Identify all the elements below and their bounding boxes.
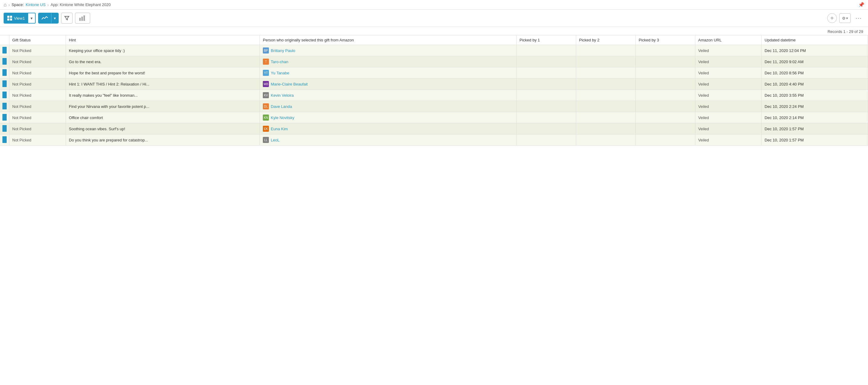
updated-datetime-cell: Dec 11, 2020 12:04 PM <box>762 45 868 56</box>
picked-by-1-cell <box>516 101 576 112</box>
picked-by-3-cell <box>636 101 695 112</box>
row-indicator-cell <box>0 45 9 56</box>
home-icon[interactable]: ⌂ <box>4 2 7 7</box>
table-row[interactable]: Not PickedOffice chair comfort KN Kyle N… <box>0 112 868 123</box>
table-row[interactable]: Not PickedGo to the next era. T Taro-cha… <box>0 56 868 67</box>
view-icon-button[interactable]: View1 <box>4 13 28 23</box>
person-avatar: DL <box>263 103 269 109</box>
picked-by-2-cell <box>576 90 636 101</box>
person-cell[interactable]: DL Dave Landa <box>260 101 516 112</box>
table-row[interactable]: Not PickedKeeping your office space tidy… <box>0 45 868 56</box>
settings-button[interactable]: ⚙ ▾ <box>839 13 851 23</box>
table-row[interactable]: Not PickedSoothing ocean vibes. Surf's u… <box>0 123 868 134</box>
amazon-url-cell: Veiled <box>695 56 762 67</box>
picked-by-3-cell <box>636 123 695 134</box>
updated-datetime-cell: Dec 10, 2020 8:56 PM <box>762 67 868 78</box>
table-row[interactable]: Not PickedDo you think you are prepared … <box>0 134 868 146</box>
updated-datetime-cell: Dec 10, 2020 3:55 PM <box>762 90 868 101</box>
person-avatar: KV <box>263 92 269 98</box>
person-cell[interactable]: BP Brittany Paulo <box>260 45 516 56</box>
gift-status-cell: Not Picked <box>9 90 66 101</box>
person-cell[interactable]: KN Kyle Novitsky <box>260 112 516 123</box>
graph-icon <box>41 16 48 21</box>
hint-cell: Hope for the best and prepare for the wo… <box>66 67 260 78</box>
person-cell[interactable]: MB Marie-Claire Beaufait <box>260 78 516 90</box>
record-indicator <box>2 47 7 54</box>
person-avatar: KN <box>263 115 269 121</box>
gift-status-cell: Not Picked <box>9 45 66 56</box>
picked-by-2-cell <box>576 123 636 134</box>
plus-icon: + <box>830 15 834 22</box>
table-row[interactable]: Not PickedHint 1: I WANT THIS / Hint 2: … <box>0 78 868 90</box>
table-row[interactable]: Not PickedIt really makes you "feel" lik… <box>0 90 868 101</box>
updated-datetime-cell: Dec 10, 2020 4:40 PM <box>762 78 868 90</box>
row-indicator-cell <box>0 78 9 90</box>
amazon-url-cell: Veiled <box>695 90 762 101</box>
person-name[interactable]: LeoL <box>271 138 279 142</box>
filter-button[interactable] <box>61 13 72 24</box>
picked-by-1-cell <box>516 90 576 101</box>
more-button[interactable]: ··· <box>853 13 864 23</box>
col-picked-by-1[interactable]: Picked by 1 <box>516 35 576 45</box>
hint-cell: Hint 1: I WANT THIS / Hint 2: Relaxation… <box>66 78 260 90</box>
amazon-url-cell: Veiled <box>695 123 762 134</box>
picked-by-3-cell <box>636 78 695 90</box>
col-gift-status[interactable]: Gift Status <box>9 35 66 45</box>
person-cell[interactable]: EK Euna Kim <box>260 123 516 134</box>
col-person[interactable]: Person who originally selected this gift… <box>260 35 516 45</box>
filter-icon <box>64 16 69 21</box>
updated-datetime-cell: Dec 10, 2020 1:57 PM <box>762 134 868 146</box>
col-updated-datetime[interactable]: Updated datetime <box>762 35 868 45</box>
hint-cell: It really makes you "feel" like Ironman.… <box>66 90 260 101</box>
records-table: Gift Status Hint Person who originally s… <box>0 35 868 146</box>
add-button[interactable]: + <box>827 13 837 23</box>
col-picked-by-3[interactable]: Picked by 3 <box>636 35 695 45</box>
person-name[interactable]: Euna Kim <box>271 127 288 131</box>
svg-rect-5 <box>79 18 81 21</box>
chart-icon <box>79 15 86 21</box>
picked-by-2-cell <box>576 112 636 123</box>
table-header-row: Gift Status Hint Person who originally s… <box>0 35 868 45</box>
person-avatar: BP <box>263 47 269 54</box>
more-icon: ··· <box>856 15 862 22</box>
breadcrumb-sep-1: › <box>8 2 10 7</box>
person-name[interactable]: Taro-chan <box>271 60 288 64</box>
person-name[interactable]: Dave Landa <box>271 104 292 109</box>
person-avatar: T <box>263 59 269 65</box>
record-indicator <box>2 136 7 143</box>
graph-dropdown-arrow[interactable]: ▾ <box>51 13 58 24</box>
svg-rect-6 <box>81 17 83 21</box>
graph-button[interactable] <box>38 13 51 24</box>
breadcrumb-bar: ⌂ › Space: Kintone US › App: Kintone Whi… <box>0 0 868 10</box>
picked-by-1-cell <box>516 56 576 67</box>
col-amazon-url[interactable]: Amazon URL <box>695 35 762 45</box>
breadcrumb-app-label: App: Kintone White Elephant 2020 <box>51 2 111 7</box>
table-row[interactable]: Not PickedFind your Nirvana with your fa… <box>0 101 868 112</box>
person-name[interactable]: Marie-Claire Beaufait <box>271 82 308 87</box>
person-avatar: YT <box>263 70 269 76</box>
hint-cell: Keeping your office space tidy :) <box>66 45 260 56</box>
person-name[interactable]: Kyle Novitsky <box>271 116 294 120</box>
updated-datetime-cell: Dec 10, 2020 1:57 PM <box>762 123 868 134</box>
person-cell[interactable]: YT Yu Tanabe <box>260 67 516 78</box>
breadcrumb-space-link[interactable]: Kintone US <box>26 2 46 7</box>
gift-status-cell: Not Picked <box>9 101 66 112</box>
record-indicator <box>2 92 7 98</box>
chart-button[interactable] <box>75 13 90 24</box>
col-hint[interactable]: Hint <box>66 35 260 45</box>
person-name[interactable]: Kevin Veloira <box>271 93 294 98</box>
person-cell[interactable]: LL LeoL <box>260 134 516 146</box>
pin-icon[interactable]: 📌 <box>858 2 864 7</box>
view-dropdown-arrow[interactable]: ▾ <box>28 13 35 23</box>
hint-cell: Find your Nirvana with your favorite pot… <box>66 101 260 112</box>
amazon-url-cell: Veiled <box>695 45 762 56</box>
gift-status-cell: Not Picked <box>9 112 66 123</box>
table-row[interactable]: Not PickedHope for the best and prepare … <box>0 67 868 78</box>
person-name[interactable]: Yu Tanabe <box>271 71 289 75</box>
person-name[interactable]: Brittany Paulo <box>271 49 295 53</box>
svg-marker-4 <box>65 16 69 20</box>
person-cell[interactable]: KV Kevin Veloira <box>260 90 516 101</box>
person-cell[interactable]: T Taro-chan <box>260 56 516 67</box>
col-picked-by-2[interactable]: Picked by 2 <box>576 35 636 45</box>
view-selector[interactable]: View1 ▾ <box>4 13 36 24</box>
